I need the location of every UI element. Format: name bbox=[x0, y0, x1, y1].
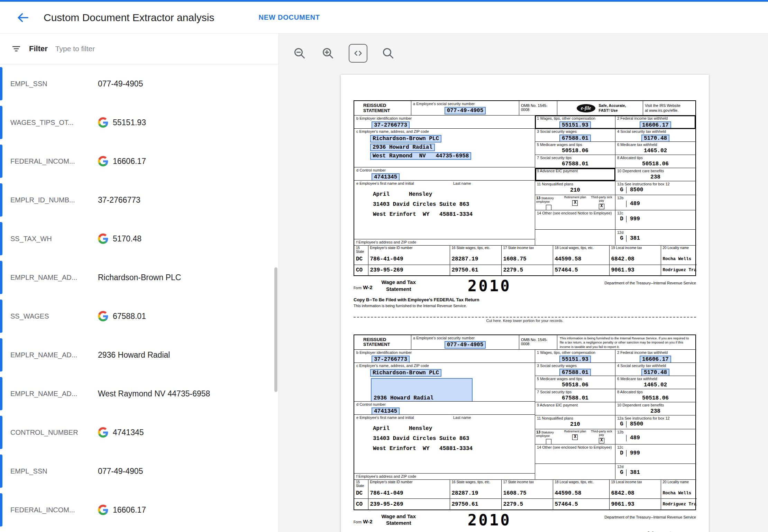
search-icon bbox=[382, 47, 394, 59]
entity-box1[interactable]: 55151.93 bbox=[559, 121, 591, 128]
w2-box2: 2 Federal income tax withheld 16606.17 bbox=[615, 350, 695, 363]
entity-employer-name[interactable]: Richardson-Brown PLC bbox=[370, 369, 441, 377]
w2-box9: 9 Advance EIC payment bbox=[535, 402, 615, 415]
entity-box4[interactable]: 5170.48 bbox=[641, 369, 669, 376]
field-row[interactable]: EMPLR_NAME_AD... Richardson-Brown PLC bbox=[0, 258, 278, 297]
w2-form-copy-c: REISSUED STATEMENT a Employee's social s… bbox=[354, 334, 696, 532]
search-document-button[interactable] bbox=[381, 46, 396, 61]
efile-logo: e-file bbox=[577, 104, 595, 112]
entity-box3[interactable]: 67588.01 bbox=[559, 369, 591, 376]
field-label: FEDERAL_INCOM... bbox=[10, 506, 98, 514]
back-button[interactable] bbox=[15, 10, 30, 25]
box12b-value: 489 bbox=[626, 201, 640, 207]
state-cell: Rodriguez Trail bbox=[661, 499, 697, 510]
code-view-button[interactable] bbox=[349, 44, 367, 63]
state-cell: 19 Local income tax bbox=[609, 480, 661, 488]
state-cell: 786-41-049 bbox=[368, 254, 450, 265]
w2-left-column: b Employer identification number 37-2766… bbox=[354, 350, 535, 479]
cut-here-text: Cut here. Keep lower portion for your re… bbox=[354, 319, 696, 323]
w2-state-table: 15 State Employer's state ID number 16 S… bbox=[354, 246, 697, 275]
box14-label: 14 Other (see enclosed Notice to Employe… bbox=[537, 445, 613, 450]
w2-row-box1-box2: 1 Wages, tips, other compensation 55151.… bbox=[535, 116, 695, 129]
entity-box2[interactable]: 16606.17 bbox=[640, 356, 671, 363]
filter-label: Filter bbox=[29, 44, 48, 53]
w2-box12d: 12d G381 bbox=[615, 230, 695, 245]
entity-control-number[interactable]: 4741345 bbox=[372, 173, 400, 181]
entity-employer-city[interactable]: West Raymond NV 44735-6958 bbox=[370, 152, 471, 160]
field-row[interactable]: EMPL_SSN 077-49-4905 bbox=[0, 64, 278, 103]
entity-ein[interactable]: 37-2766773 bbox=[372, 356, 410, 363]
scrollbar-thumb[interactable] bbox=[274, 267, 277, 392]
box2-label: 2 Federal income tax withheld bbox=[617, 350, 694, 355]
box13-sickpay-checkbox: X bbox=[599, 204, 604, 209]
box12d-label: 12d bbox=[617, 230, 694, 235]
field-row[interactable]: CONTROL_NUMBER 4741345 bbox=[0, 413, 278, 452]
new-document-button[interactable]: NEW DOCUMENT bbox=[259, 13, 320, 21]
w2-reissued-statement: REISSUED STATEMENT bbox=[354, 335, 411, 349]
box-d-label: d Control number bbox=[356, 168, 533, 173]
w2-row-box13-box12b: 13 Statutory employee Retirement plan X … bbox=[535, 429, 695, 444]
field-row[interactable]: EMPLR_NAME_AD... 2936 Howard Radial bbox=[0, 336, 278, 374]
field-row[interactable]: FEDERAL_INCOM... 16606.17 bbox=[0, 142, 278, 181]
state-row: CO 239-95-269 29750.61 2279.5 57464.5 90… bbox=[354, 499, 697, 510]
entity-ssn[interactable]: 077-49-4905 bbox=[445, 107, 486, 114]
reissued-line1: REISSUED bbox=[363, 103, 409, 108]
box12a-code: G bbox=[617, 187, 626, 193]
zoom-out-button[interactable] bbox=[292, 46, 307, 61]
state-cell: CO bbox=[354, 265, 368, 275]
field-row[interactable]: EMPL_SSN 077-49-4905 bbox=[0, 452, 278, 490]
state-cell: 15 State bbox=[354, 480, 368, 488]
field-label: EMPLR_NAME_AD... bbox=[10, 390, 98, 398]
entity-box3[interactable]: 67588.01 bbox=[559, 135, 591, 141]
state-cell: 28287.19 bbox=[450, 254, 501, 265]
field-row[interactable]: WAGES_TIPS_OT... 55151.93 bbox=[0, 103, 278, 142]
box9-label: 9 Advance EIC payment bbox=[537, 403, 613, 407]
field-row[interactable]: EMPLR_ID_NUMB... 37-2766773 bbox=[0, 181, 278, 219]
field-value: 16606.17 bbox=[113, 157, 146, 166]
box12a-code: G bbox=[617, 421, 626, 427]
w2-box4: 4 Social security tax withheld 5170.48 bbox=[615, 363, 695, 376]
w2-row-box3-box4: 3 Social security wages 67588.01 4 Socia… bbox=[535, 363, 695, 376]
safe-line2: FAST! Use bbox=[599, 108, 626, 113]
state-cell: 57464.5 bbox=[553, 499, 609, 510]
zoom-in-button[interactable] bbox=[320, 46, 336, 61]
entity-ssn[interactable]: 077-49-4905 bbox=[445, 341, 486, 349]
reissued-line1: REISSUED bbox=[363, 337, 409, 342]
state-cell: 18 Local wages, tips, etc. bbox=[553, 246, 609, 254]
box11-label: 11 Nonqualified plans bbox=[537, 416, 613, 421]
entity-employer-address-block[interactable]: 2936 Howard Radial West Raymond NV 44735… bbox=[371, 378, 473, 402]
box13-statutory: 13 Statutory employee bbox=[536, 196, 561, 209]
box-b-label: b Employer identification number bbox=[356, 350, 533, 355]
reissued-line2: STATEMENT bbox=[363, 342, 409, 347]
wage-tax-statement: Wage and Tax Statement bbox=[382, 513, 416, 526]
entity-ein[interactable]: 37-2766773 bbox=[372, 121, 410, 129]
state-cell: 17 State income tax bbox=[501, 246, 553, 254]
box7-value: 67588.01 bbox=[537, 161, 613, 167]
filter-input[interactable] bbox=[55, 45, 267, 53]
entity-box1[interactable]: 55151.93 bbox=[559, 356, 591, 363]
w2-box-b: b Employer identification number 37-2766… bbox=[354, 350, 535, 363]
field-row[interactable]: FEDERAL_INCOM... 16606.17 bbox=[0, 490, 278, 529]
w2-frame: REISSUED STATEMENT a Employee's social s… bbox=[354, 100, 696, 276]
box-c-label: c Employer's name, address, and ZIP code bbox=[356, 129, 533, 134]
entity-employer-addr[interactable]: 2936 Howard Radial bbox=[370, 144, 435, 151]
state-header-row: 15 State Employer's state ID number 16 S… bbox=[354, 480, 697, 488]
main-area: Filter EMPL_SSN 077-49-4905 WAGES_TIPS_O… bbox=[0, 34, 768, 532]
state-cell: 28287.19 bbox=[450, 488, 501, 499]
w2-row-box3-box4: 3 Social security wages 67588.01 4 Socia… bbox=[535, 129, 695, 142]
field-label: EMPL_SSN bbox=[10, 467, 98, 475]
w2-main-grid: b Employer identification number 37-2766… bbox=[354, 350, 695, 480]
box12a-label: 12a See instructions for box 12 bbox=[617, 416, 694, 421]
entity-box2[interactable]: 16606.17 bbox=[640, 121, 671, 128]
field-row[interactable]: EMPLR_NAME_AD... West Raymond NV 44735-6… bbox=[0, 374, 278, 413]
state-cell: 6842.08 bbox=[609, 488, 661, 499]
entity-employer-name[interactable]: Richardson-Brown PLC bbox=[370, 135, 441, 143]
entity-box4[interactable]: 5170.48 bbox=[641, 135, 669, 141]
w2-row-box11-box12a: 11 Nonqualified plans 210 12a See instru… bbox=[535, 181, 695, 195]
entity-control-number[interactable]: 4741345 bbox=[372, 407, 400, 415]
box10-value: 238 bbox=[617, 174, 694, 180]
google-icon bbox=[98, 311, 108, 321]
box13-statutory-checkbox bbox=[546, 439, 551, 444]
field-row[interactable]: SS_TAX_WH 5170.48 bbox=[0, 219, 278, 258]
field-row[interactable]: SS_WAGES 67588.01 bbox=[0, 297, 278, 336]
